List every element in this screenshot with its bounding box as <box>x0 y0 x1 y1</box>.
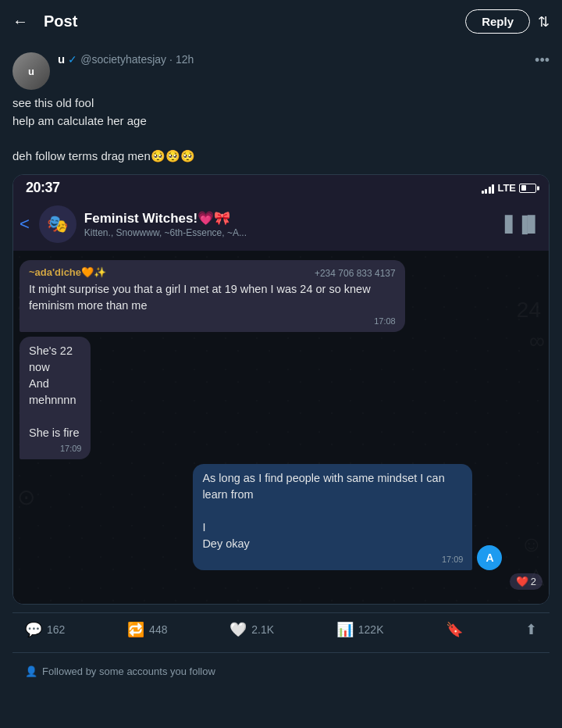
like-action[interactable]: 🤍 2.1K <box>229 621 274 638</box>
like-count: 2.1K <box>251 623 274 636</box>
bubble-text-1: It might surprise you that a girl I met … <box>29 281 396 314</box>
bookmark-icon: 🔖 <box>446 621 463 638</box>
verified-badge: ✓ <box>68 53 77 66</box>
followed-by: 👤 Followed by some accounts you follow <box>12 659 550 683</box>
phone-status-bar: 20:37 LTE <box>13 175 549 199</box>
comment-icon: 💬 <box>25 621 42 638</box>
reaction-bar: ❤️ 2 <box>510 573 542 590</box>
signal-bar-1 <box>482 191 484 194</box>
bubble-incoming-2: She's 22 nowAnd mehnnnnShe is fire 17:09 <box>20 337 91 459</box>
message-3: As long as I find people with same minds… <box>20 464 542 590</box>
outgoing-avatar: A <box>477 545 502 570</box>
post-time: · <box>169 53 173 66</box>
chat-body: ⚙ 🔒 24 24 ∞ ⊙ ☺ △ ✦ ~ada'diche🧡✨ +234 70… <box>13 251 549 604</box>
group-avatar: 🎭 <box>39 205 76 243</box>
battery-fill <box>521 185 527 191</box>
audio-waveform-icon[interactable]: ▋▐▋ <box>505 215 539 234</box>
retweet-action[interactable]: 🔁 448 <box>127 621 167 638</box>
sender-phone-1: +234 706 833 4137 <box>315 268 396 279</box>
user-handle: @societyhatesjay <box>80 53 166 66</box>
followed-by-text: Followed by some accounts you follow <box>42 666 215 677</box>
bubble-time-2: 17:09 <box>29 444 81 453</box>
views-action[interactable]: 📊 122K <box>336 621 384 638</box>
chat-header: < 🎭 Feminist Witches!💗🎀 Kitten., Snowwww… <box>13 199 549 251</box>
views-icon: 📊 <box>336 621 354 638</box>
person-icon: 👤 <box>25 666 37 677</box>
divider <box>12 652 550 653</box>
share-icon: ⬆ <box>525 621 537 638</box>
signal-bars <box>482 183 495 194</box>
chat-actions: ▋▐▋ <box>505 215 539 234</box>
more-options-icon[interactable]: ••• <box>532 52 550 69</box>
user-avatar: u <box>12 52 50 90</box>
phone-time: 20:37 <box>26 180 60 196</box>
like-icon: 🤍 <box>229 621 247 638</box>
sender-name-1: ~ada'diche🧡✨ <box>29 266 106 278</box>
post-time-ago: 12h <box>176 53 194 66</box>
message-2: She's 22 nowAnd mehnnnnShe is fire 17:09 <box>20 337 542 459</box>
heart-emoji: ❤️ <box>516 576 528 587</box>
bubble-time-1: 17:08 <box>29 316 396 326</box>
group-members: Kitten., Snowwww, ~6th-Essence, ~A... <box>84 227 497 238</box>
post-area: u u ✓ @societyhatesjay · 12h ••• see thi… <box>0 43 562 683</box>
signal-bar-3 <box>489 187 491 194</box>
bubble-time-3: 17:09 <box>202 555 463 564</box>
header-left: ← Post <box>12 12 77 30</box>
bubble-text-3: As long as I find people with same minds… <box>202 470 463 552</box>
bookmark-action[interactable]: 🔖 <box>446 621 463 638</box>
network-type: LTE <box>497 182 516 194</box>
user-info: u ✓ @societyhatesjay · 12h <box>58 52 194 66</box>
bubble-text-2: She's 22 nowAnd mehnnnnShe is fire <box>29 343 81 441</box>
bubble-incoming-1: ~ada'diche🧡✨ +234 706 833 4137 It might … <box>20 260 405 332</box>
header-right: Reply ⇅ <box>465 9 550 34</box>
chat-back-icon[interactable]: < <box>20 214 30 234</box>
signal-bar-2 <box>485 189 487 194</box>
action-bar: 💬 162 🔁 448 🤍 2.1K 📊 122K 🔖 ⬆ <box>12 612 550 646</box>
comment-action[interactable]: 💬 162 <box>25 621 65 638</box>
back-icon[interactable]: ← <box>12 12 28 30</box>
screenshot-embed: 20:37 LTE < 🎭 <box>12 174 550 605</box>
battery-icon <box>519 184 536 193</box>
page-title: Post <box>44 12 77 30</box>
retweet-count: 448 <box>149 623 167 636</box>
phone-ui: 20:37 LTE < 🎭 <box>13 175 549 604</box>
share-action[interactable]: ⬆ <box>525 621 537 638</box>
comment-count: 162 <box>47 623 65 636</box>
signal-bar-4 <box>492 184 494 194</box>
group-name: Feminist Witches!💗🎀 <box>84 210 497 227</box>
chat-title-area: Feminist Witches!💗🎀 Kitten., Snowwww, ~6… <box>84 210 497 238</box>
views-count: 122K <box>358 623 384 636</box>
filter-icon[interactable]: ⇅ <box>538 13 550 30</box>
message-1: ~ada'diche🧡✨ +234 706 833 4137 It might … <box>20 260 542 332</box>
post-text: see this old fool help am calculate her … <box>12 95 550 165</box>
page-header: ← Post Reply ⇅ <box>0 0 562 43</box>
bubble-outgoing-1: As long as I find people with same minds… <box>193 464 472 570</box>
retweet-icon: 🔁 <box>127 621 144 638</box>
reply-button[interactable]: Reply <box>465 9 530 34</box>
reaction-count: 2 <box>531 576 536 587</box>
status-icons: LTE <box>482 182 536 194</box>
post-user-row: u u ✓ @societyhatesjay · 12h ••• <box>12 52 550 90</box>
username: u <box>58 52 65 66</box>
reaction-heart: ❤️ 2 <box>510 573 542 590</box>
